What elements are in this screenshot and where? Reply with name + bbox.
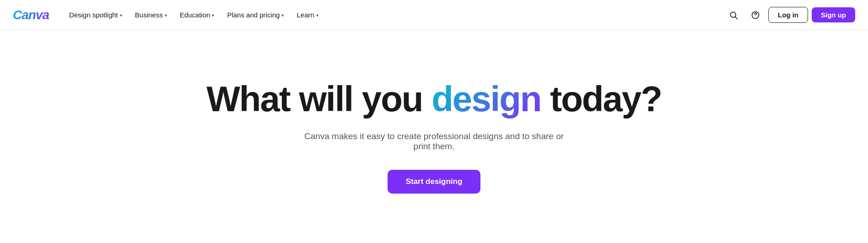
search-icon: [729, 11, 738, 20]
nav-label-education: Education: [180, 11, 210, 19]
hero-title-part1: What will you: [206, 79, 431, 119]
hero-section: What will you design today? Canva makes …: [0, 30, 868, 243]
nav-item-education[interactable]: Education ▾: [174, 7, 220, 22]
logo[interactable]: Canva: [13, 8, 49, 22]
hero-title-highlight: design: [431, 79, 541, 119]
svg-point-3: [755, 16, 756, 17]
navbar-right-actions: Log in Sign up: [724, 6, 855, 24]
hero-subtitle: Canva makes it easy to create profession…: [297, 131, 571, 151]
nav-item-business[interactable]: Business ▾: [129, 7, 173, 22]
nav-label-design-spotlight: Design spotlight: [69, 11, 118, 19]
chevron-down-icon: ▾: [316, 13, 318, 18]
nav-item-plans-pricing[interactable]: Plans and pricing ▾: [221, 7, 289, 22]
login-button[interactable]: Log in: [768, 7, 808, 23]
svg-line-1: [735, 16, 738, 19]
nav-label-learn: Learn: [297, 11, 314, 19]
start-designing-button[interactable]: Start designing: [388, 170, 481, 194]
help-icon: [751, 11, 760, 20]
signup-button[interactable]: Sign up: [812, 7, 855, 22]
chevron-down-icon: ▾: [120, 13, 122, 18]
chevron-down-icon: ▾: [281, 13, 284, 18]
nav-label-business: Business: [135, 11, 163, 19]
canva-wordmark: Canva: [13, 8, 49, 22]
navbar: Canva Design spotlight ▾ Business ▾ Educ…: [0, 0, 868, 30]
nav-menu: Design spotlight ▾ Business ▾ Education …: [64, 7, 724, 22]
help-button[interactable]: [746, 6, 765, 24]
chevron-down-icon: ▾: [212, 13, 214, 18]
nav-item-design-spotlight[interactable]: Design spotlight ▾: [64, 7, 128, 22]
nav-label-plans-pricing: Plans and pricing: [227, 11, 280, 19]
hero-title: What will you design today?: [206, 80, 662, 119]
hero-title-part2: today?: [541, 79, 662, 119]
nav-item-learn[interactable]: Learn ▾: [291, 7, 323, 22]
search-button[interactable]: [724, 6, 743, 24]
chevron-down-icon: ▾: [165, 13, 167, 18]
